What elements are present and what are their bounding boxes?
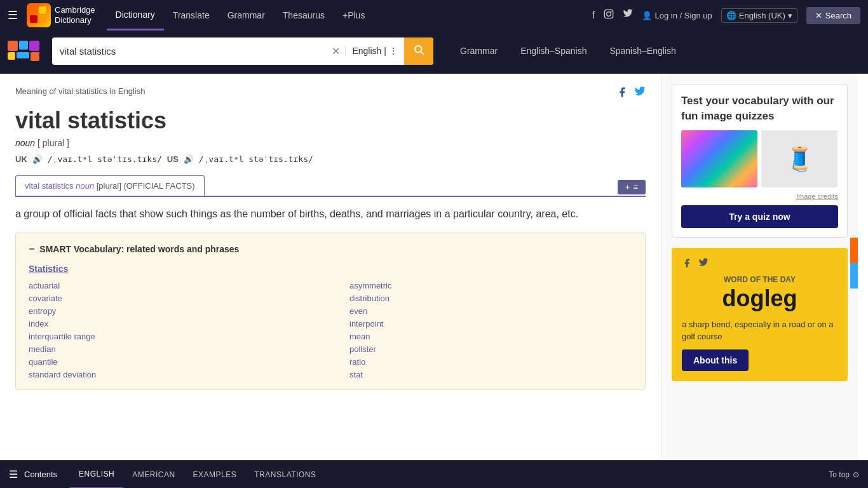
pron-audio-uk[interactable]: 🔊 [32, 154, 43, 164]
list-item: pollster [349, 344, 632, 354]
sv-word-ratio[interactable]: ratio [349, 357, 365, 367]
share-facebook-icon[interactable] [616, 86, 628, 101]
sidebar: Test your vocabulary with our fun image … [661, 74, 858, 474]
instagram-icon[interactable] [604, 9, 614, 22]
word-pos: noun [ plural ] [15, 138, 646, 148]
logo-link[interactable]: Cambridge Dictionary [27, 3, 95, 27]
twitter-icon[interactable] [623, 9, 633, 22]
wotd-facebook-icon[interactable] [682, 258, 692, 270]
sv-category-statistics[interactable]: Statistics [29, 264, 632, 274]
person-icon: 👤 [642, 11, 652, 20]
accent-block-orange [850, 238, 858, 263]
sv-word-interpoint[interactable]: interpoint [349, 319, 383, 329]
sv-word-quantile[interactable]: quantile [29, 357, 58, 367]
sv-word-actuarial[interactable]: actuarial [29, 281, 60, 290]
sec-nav-spanish-english[interactable]: Spanish–English [598, 37, 687, 65]
list-item: actuarial [29, 280, 311, 290]
accent-block-group [850, 238, 858, 288]
list-item: standard deviation [29, 369, 311, 379]
pipe-separator: | [384, 46, 386, 56]
sv-word-distribution[interactable]: distribution [349, 294, 390, 303]
smart-vocab-section: − SMART Vocabulary: related words and ph… [15, 233, 646, 390]
list-item: mean [349, 331, 632, 341]
list-item: entropy [29, 306, 311, 316]
hamburger-icon[interactable]: ☰ [8, 8, 18, 22]
deco-block-3 [29, 41, 39, 51]
definition-text: a group of official facts that show such… [15, 206, 646, 222]
sv-word-index[interactable]: index [29, 319, 48, 329]
bottom-hamburger-icon[interactable]: ☰ [9, 468, 18, 474]
language-selector[interactable]: 🌐 English (UK) ▾ [721, 8, 797, 23]
pron-text-us: /ˌvaɪ.tᵊl stəˈtɪs.tɪks/ [199, 154, 313, 164]
smart-vocab-toggle[interactable]: − SMART Vocabulary: related words and ph… [29, 243, 632, 255]
close-icon: ✕ [815, 11, 822, 20]
main-wrapper: Meaning of vital statistics in English v… [0, 74, 868, 474]
sv-word-pollster[interactable]: pollster [349, 344, 376, 354]
svg-rect-1 [39, 6, 46, 14]
try-quiz-button[interactable]: Try a quiz now [681, 205, 838, 228]
sv-word-mean[interactable]: mean [349, 332, 370, 341]
sv-word-interquartile[interactable]: interquartile range [29, 332, 95, 341]
quiz-images [681, 130, 838, 187]
sec-nav-english-spanish[interactable]: English–Spanish [509, 37, 598, 65]
add-to-list-button[interactable]: + ≡ [618, 180, 646, 194]
sv-word-entropy[interactable]: entropy [29, 306, 56, 316]
list-item: even [349, 306, 632, 316]
definition-body: a group of official facts that show such… [15, 197, 646, 222]
deco-block-4 [8, 52, 15, 60]
bottom-contents-button[interactable]: Contents [24, 470, 57, 474]
image-credits-link[interactable]: Image credits [681, 193, 838, 200]
login-button[interactable]: 👤 Log in / Sign up [642, 11, 712, 20]
to-top-button[interactable]: To top ⊙ [829, 470, 859, 475]
sv-word-covariate[interactable]: covariate [29, 294, 62, 303]
list-item: index [29, 318, 311, 329]
wotd-word[interactable]: dogleg [682, 285, 837, 312]
share-twitter-icon[interactable] [634, 86, 646, 101]
bottom-tab-translations[interactable]: TRANSLATIONS [245, 461, 325, 475]
wotd-header [682, 258, 837, 270]
sv-word-standard-deviation[interactable]: standard deviation [29, 370, 96, 379]
bottom-tab-american[interactable]: AMERICAN [123, 461, 184, 475]
nav-translate[interactable]: Translate [164, 0, 219, 30]
list-item: distribution [349, 293, 632, 303]
quiz-title: Test your vocabulary with our fun image … [681, 93, 838, 124]
word-title: vital statistics [15, 107, 646, 134]
pron-label-uk: UK [15, 154, 27, 164]
pron-audio-us[interactable]: 🔊 [184, 154, 194, 164]
search-language-selector[interactable]: English | ⋮ [345, 46, 404, 56]
sv-word-median[interactable]: median [29, 344, 56, 354]
search-row: ✕ English | ⋮ Grammar English–Spanish Sp… [0, 30, 868, 74]
facebook-icon[interactable]: f [592, 10, 595, 21]
word-of-the-day-box: WORD OF THE DAY dogleg a sharp bend, esp… [672, 248, 848, 381]
list-item: stat [349, 369, 632, 379]
wotd-label: WORD OF THE DAY [682, 275, 837, 284]
search-clear-icon[interactable]: ✕ [327, 45, 345, 57]
pronunciation-row: UK 🔊 /ˌvaɪ.tᵊl stəˈtɪs.tɪks/ US 🔊 /ˌvaɪ.… [15, 154, 646, 164]
sec-nav-grammar[interactable]: Grammar [449, 37, 509, 65]
breadcrumb: Meaning of vital statistics in English [15, 86, 145, 96]
list-item: median [29, 344, 311, 354]
search-input[interactable] [52, 39, 327, 63]
decorative-blocks [8, 41, 43, 61]
sv-words-list: actuarial asymmetric covariate distribut… [29, 280, 632, 379]
sv-word-stat[interactable]: stat [349, 370, 363, 379]
nav-grammar[interactable]: Grammar [219, 0, 274, 30]
definition-tab-main[interactable]: vital statistics noun [plural] (OFFICIAL… [15, 175, 205, 196]
search-button-top[interactable]: ✕ Search [806, 7, 860, 24]
deco-block-2 [19, 41, 28, 50]
quiz-image-sewing [761, 130, 837, 187]
content-area: Meaning of vital statistics in English v… [0, 74, 661, 474]
bottom-tab-examples[interactable]: EXAMPLES [184, 461, 246, 475]
wotd-about-button[interactable]: About this [682, 349, 749, 371]
nav-plus[interactable]: +Plus [334, 0, 374, 30]
bottom-tabs: ENGLISH AMERICAN EXAMPLES TRANSLATIONS [70, 461, 325, 475]
svg-point-6 [611, 11, 612, 12]
wotd-twitter-icon[interactable] [698, 258, 709, 270]
main-nav-links: Dictionary Translate Grammar Thesaurus +… [107, 0, 374, 30]
nav-dictionary[interactable]: Dictionary [107, 0, 164, 30]
nav-thesaurus[interactable]: Thesaurus [274, 0, 334, 30]
search-go-button[interactable] [404, 37, 433, 65]
sv-word-even[interactable]: even [349, 306, 367, 316]
sv-word-asymmetric[interactable]: asymmetric [349, 281, 391, 290]
bottom-tab-english[interactable]: ENGLISH [70, 461, 123, 475]
